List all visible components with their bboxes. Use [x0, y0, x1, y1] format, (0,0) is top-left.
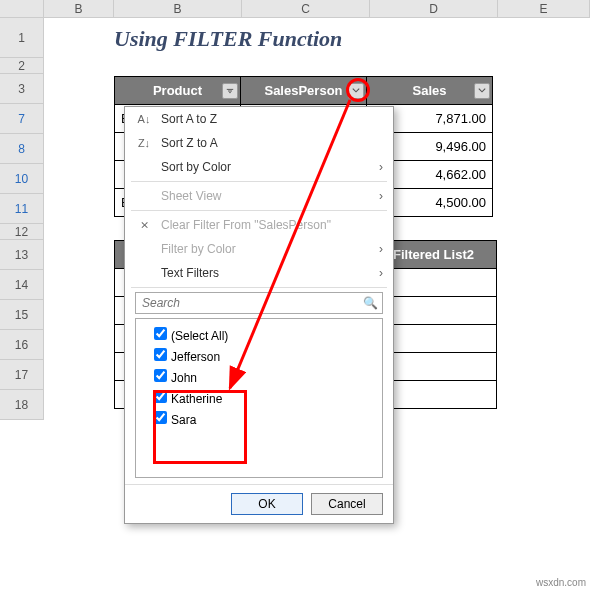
col-product: Product	[115, 77, 241, 105]
check-select-all[interactable]: (Select All)	[140, 323, 378, 344]
watermark: wsxdn.com	[536, 577, 586, 588]
sort-az-label: Sort A to Z	[161, 112, 217, 126]
row-headers: 1 2 3 7 8 10 11 12 13 14 15 16 17 18	[0, 18, 44, 420]
text-filters-label: Text Filters	[161, 266, 219, 280]
clear-filter-label: Clear Filter From "SalesPerson"	[161, 218, 331, 232]
search-box[interactable]: 🔍	[135, 292, 383, 314]
cancel-button[interactable]: Cancel	[311, 493, 383, 515]
row-10[interactable]: 10	[0, 164, 44, 194]
sort-az[interactable]: A↓ Sort A to Z	[125, 107, 393, 131]
check-item[interactable]: John	[140, 365, 378, 386]
filter-color-label: Filter by Color	[161, 242, 236, 256]
row-12[interactable]: 12	[0, 224, 44, 240]
submenu-arrow-icon: ›	[379, 242, 383, 256]
row-16[interactable]: 16	[0, 330, 44, 360]
col-sales-label: Sales	[413, 83, 447, 98]
text-filters[interactable]: Text Filters ›	[125, 261, 393, 285]
check-item[interactable]: Jefferson	[140, 344, 378, 365]
row-11[interactable]: 11	[0, 194, 44, 224]
submenu-arrow-icon: ›	[379, 189, 383, 203]
row-8[interactable]: 8	[0, 134, 44, 164]
clear-filter: ⨯ Clear Filter From "SalesPerson"	[125, 213, 393, 237]
sort-color-label: Sort by Color	[161, 160, 231, 174]
ok-button[interactable]: OK	[231, 493, 303, 515]
separator	[131, 210, 387, 211]
separator	[131, 181, 387, 182]
sheet-view: Sheet View ›	[125, 184, 393, 208]
annotation-circle	[346, 78, 370, 102]
row-2[interactable]: 2	[0, 58, 44, 74]
row-7[interactable]: 7	[0, 104, 44, 134]
dropdown-buttons: OK Cancel	[125, 484, 393, 523]
filter-button-sales[interactable]	[474, 83, 490, 99]
sort-za-label: Sort Z to A	[161, 136, 218, 150]
row-17[interactable]: 17	[0, 360, 44, 390]
sort-az-icon: A↓	[135, 113, 153, 125]
sort-za-icon: Z↓	[135, 137, 153, 149]
sheet-view-label: Sheet View	[161, 189, 222, 203]
col-B[interactable]: B	[44, 0, 114, 17]
col-sales: Sales	[367, 77, 493, 105]
row-15[interactable]: 15	[0, 300, 44, 330]
filter-button-product[interactable]	[222, 83, 238, 99]
column-headers: B B C D E	[44, 0, 590, 18]
row-1[interactable]: 1	[0, 18, 44, 58]
sort-by-color[interactable]: Sort by Color ›	[125, 155, 393, 179]
row-13[interactable]: 13	[0, 240, 44, 270]
col-E[interactable]: E	[498, 0, 590, 17]
submenu-arrow-icon: ›	[379, 266, 383, 280]
search-icon: 🔍	[363, 296, 378, 310]
row-14[interactable]: 14	[0, 270, 44, 300]
submenu-arrow-icon: ›	[379, 160, 383, 174]
filter-by-color: Filter by Color ›	[125, 237, 393, 261]
col-D[interactable]: D	[370, 0, 498, 17]
annotation-box	[153, 390, 247, 464]
col-product-label: Product	[153, 83, 202, 98]
clear-filter-icon: ⨯	[135, 219, 153, 232]
separator	[131, 287, 387, 288]
search-input[interactable]	[140, 295, 363, 311]
col-B2[interactable]: B	[114, 0, 242, 17]
col-C[interactable]: C	[242, 0, 370, 17]
sort-za[interactable]: Z↓ Sort Z to A	[125, 131, 393, 155]
sheet-corner[interactable]	[0, 0, 44, 18]
row-18[interactable]: 18	[0, 390, 44, 420]
sheet-grid: Using FILTER Function Product SalesPerso…	[44, 18, 590, 590]
row-3[interactable]: 3	[0, 74, 44, 104]
page-title: Using FILTER Function	[114, 26, 342, 52]
col-salesperson-label: SalesPerson	[264, 83, 342, 98]
